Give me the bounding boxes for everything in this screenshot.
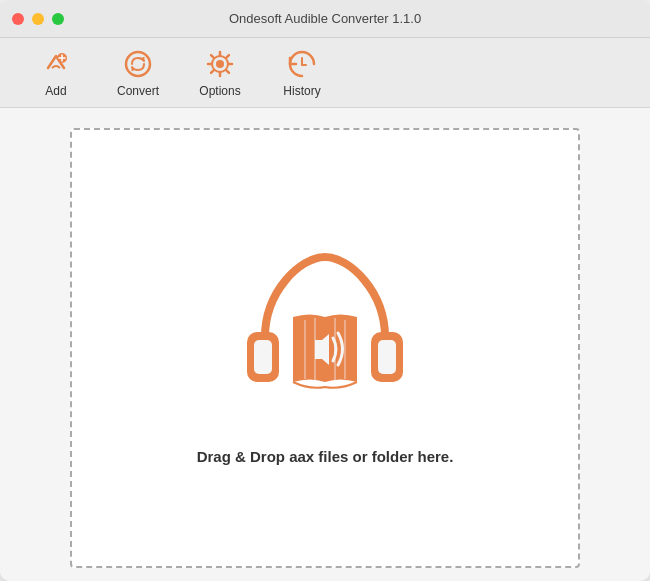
svg-rect-11: [378, 340, 396, 374]
add-label: Add: [45, 84, 66, 98]
drop-zone-icon: [225, 232, 425, 432]
history-label: History: [283, 84, 320, 98]
options-icon: [204, 48, 236, 80]
toolbar-item-convert[interactable]: Convert: [102, 43, 174, 103]
svg-point-4: [216, 60, 224, 68]
app-window: Ondesoft Audible Converter 1.1.0 Add: [0, 0, 650, 581]
convert-label: Convert: [117, 84, 159, 98]
toolbar-item-options[interactable]: Options: [184, 43, 256, 103]
toolbar-item-add[interactable]: Add: [20, 43, 92, 103]
toolbar-item-history[interactable]: History: [266, 43, 338, 103]
options-label: Options: [199, 84, 240, 98]
title-bar: Ondesoft Audible Converter 1.1.0: [0, 0, 650, 38]
convert-icon: [122, 48, 154, 80]
main-content: Drag & Drop aax files or folder here.: [0, 108, 650, 581]
drop-zone[interactable]: Drag & Drop aax files or folder here.: [70, 128, 580, 568]
add-icon: [40, 48, 72, 80]
window-controls: [12, 13, 64, 25]
window-title: Ondesoft Audible Converter 1.1.0: [229, 11, 421, 26]
close-button[interactable]: [12, 13, 24, 25]
svg-point-3: [126, 52, 150, 76]
history-icon: [286, 48, 318, 80]
minimize-button[interactable]: [32, 13, 44, 25]
maximize-button[interactable]: [52, 13, 64, 25]
toolbar: Add Convert: [0, 38, 650, 108]
drop-zone-text: Drag & Drop aax files or folder here.: [197, 448, 454, 465]
svg-rect-9: [254, 340, 272, 374]
